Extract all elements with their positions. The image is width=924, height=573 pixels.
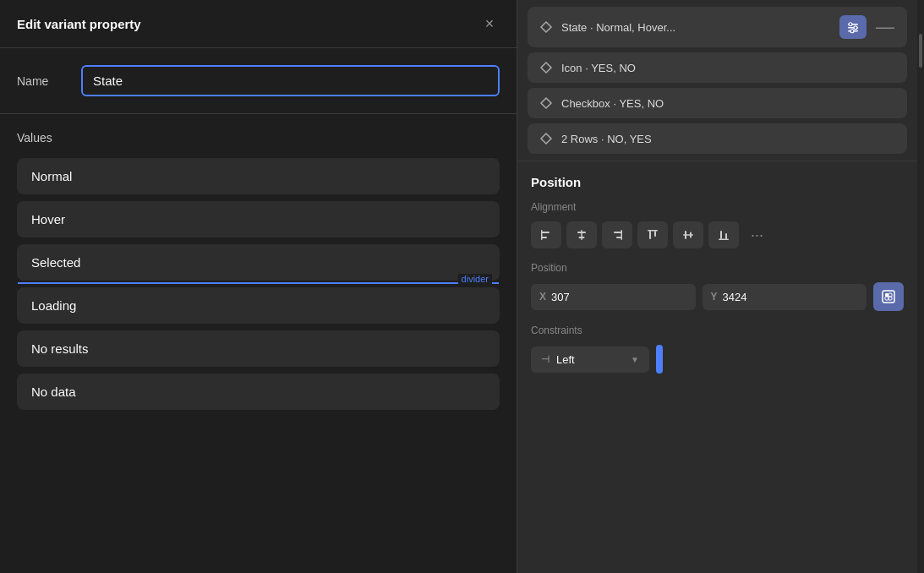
x-field: X 307 — [531, 284, 696, 310]
values-list: Normal Hover Selected divider Loading No… — [17, 158, 500, 410]
diamond-icon-state — [539, 20, 553, 34]
svg-point-4 — [854, 26, 857, 30]
x-axis-label: X — [539, 291, 546, 303]
right-panel: State · Normal, Hover... — — [517, 0, 924, 573]
dialog-header: Edit variant property × — [0, 0, 517, 48]
svg-rect-20 — [683, 234, 693, 236]
value-item-no-results[interactable]: No results — [17, 330, 500, 367]
svg-rect-26 — [888, 293, 892, 297]
value-item-selected[interactable]: Selected divider — [17, 244, 500, 281]
y-value[interactable]: 3424 — [723, 291, 747, 303]
state-minus-button[interactable]: — — [875, 17, 895, 37]
svg-rect-25 — [885, 293, 888, 297]
align-center-h-icon — [575, 228, 588, 242]
svg-rect-22 — [725, 233, 727, 239]
constraint-h-icon: ⊣ — [541, 353, 549, 365]
align-top-icon — [646, 228, 659, 242]
svg-rect-14 — [621, 230, 623, 240]
name-label: Name — [17, 74, 68, 88]
right-scrollbar[interactable] — [917, 0, 924, 573]
value-label-loading: Loading — [31, 298, 76, 313]
variant-properties: State · Normal, Hover... — — [517, 0, 917, 161]
position-row: X 307 Y 3424 — [531, 282, 904, 311]
right-content: State · Normal, Hover... — — [517, 0, 917, 573]
align-left-button[interactable] — [531, 221, 561, 248]
value-item-hover[interactable]: Hover — [17, 201, 500, 237]
constraint-h-field[interactable]: ⊣ Left ▼ — [531, 347, 649, 373]
values-label: Values — [17, 131, 500, 145]
position-section: Position Alignment — [517, 161, 917, 387]
diamond-icon-2rows — [539, 132, 553, 145]
value-item-loading[interactable]: Loading — [17, 287, 500, 324]
name-section: Name — [0, 48, 517, 114]
svg-point-3 — [849, 23, 852, 26]
prop-text-checkbox: Checkbox · YES, NO — [561, 97, 895, 110]
align-bottom-icon — [717, 228, 730, 242]
value-label-normal: Normal — [31, 169, 72, 183]
divider-label: divider — [458, 274, 492, 284]
edit-variant-dialog: Edit variant property × Name Values Norm… — [0, 0, 517, 573]
value-label-no-results: No results — [31, 341, 89, 356]
position-action-button[interactable] — [873, 282, 904, 311]
sliders-icon — [846, 20, 860, 34]
prop-row-checkbox: Checkbox · YES, NO — [528, 88, 907, 118]
constraint-chevron-icon: ▼ — [631, 355, 639, 364]
value-item-no-data[interactable]: No data — [17, 374, 500, 410]
svg-rect-11 — [581, 230, 582, 240]
diamond-icon-checkbox — [539, 96, 553, 110]
prop-row-icon: Icon · YES, NO — [528, 52, 907, 83]
align-top-button[interactable] — [637, 221, 668, 248]
alignment-row: ··· — [531, 221, 904, 248]
align-left-icon — [539, 228, 553, 242]
align-right-icon — [610, 228, 624, 242]
diamond-icon-icon — [539, 61, 553, 74]
svg-rect-21 — [720, 231, 722, 239]
value-label-selected: Selected — [31, 255, 80, 270]
prop-row-2rows: 2 Rows · NO, YES — [528, 123, 907, 154]
position-label: Position — [531, 262, 904, 274]
more-align-button[interactable]: ··· — [744, 223, 770, 248]
align-center-h-button[interactable] — [566, 221, 597, 248]
constraints-row: ⊣ Left ▼ — [531, 345, 904, 374]
selected-divider-line — [18, 282, 499, 284]
state-filter-button[interactable] — [839, 15, 867, 39]
name-input[interactable] — [81, 65, 500, 96]
y-axis-label: Y — [711, 291, 718, 303]
y-field: Y 3424 — [703, 284, 867, 310]
svg-rect-23 — [719, 239, 729, 241]
values-section: Values Normal Hover Selected divider Loa… — [0, 114, 517, 573]
prop-text-state: State · Normal, Hover... — [561, 21, 831, 34]
close-button[interactable]: × — [479, 14, 500, 34]
value-label-hover: Hover — [31, 212, 65, 226]
x-value[interactable]: 307 — [551, 291, 570, 303]
value-item-normal[interactable]: Normal — [17, 158, 500, 194]
svg-rect-8 — [541, 230, 543, 240]
constraint-vertical-bar — [656, 345, 663, 374]
align-right-button[interactable] — [602, 221, 632, 248]
value-label-no-data: No data — [31, 385, 76, 399]
prop-text-icon: Icon · YES, NO — [561, 62, 895, 74]
svg-rect-15 — [649, 231, 651, 239]
svg-rect-16 — [654, 231, 656, 237]
constraint-h-value: Left — [556, 353, 624, 366]
alignment-label: Alignment — [531, 201, 904, 213]
svg-rect-27 — [885, 297, 888, 300]
position-action-icon — [881, 289, 896, 304]
svg-point-5 — [850, 30, 854, 33]
svg-rect-28 — [888, 297, 892, 300]
dialog-title: Edit variant property — [17, 17, 141, 31]
align-bottom-button[interactable] — [708, 221, 739, 248]
scrollbar-thumb — [919, 34, 922, 68]
align-middle-v-button[interactable] — [673, 221, 703, 248]
prop-text-2rows: 2 Rows · NO, YES — [561, 133, 895, 145]
prop-row-state: State · Normal, Hover... — — [528, 7, 907, 47]
align-middle-v-icon — [681, 228, 695, 242]
position-section-title: Position — [531, 175, 904, 189]
constraints-label: Constraints — [531, 325, 904, 336]
svg-rect-17 — [648, 230, 658, 232]
